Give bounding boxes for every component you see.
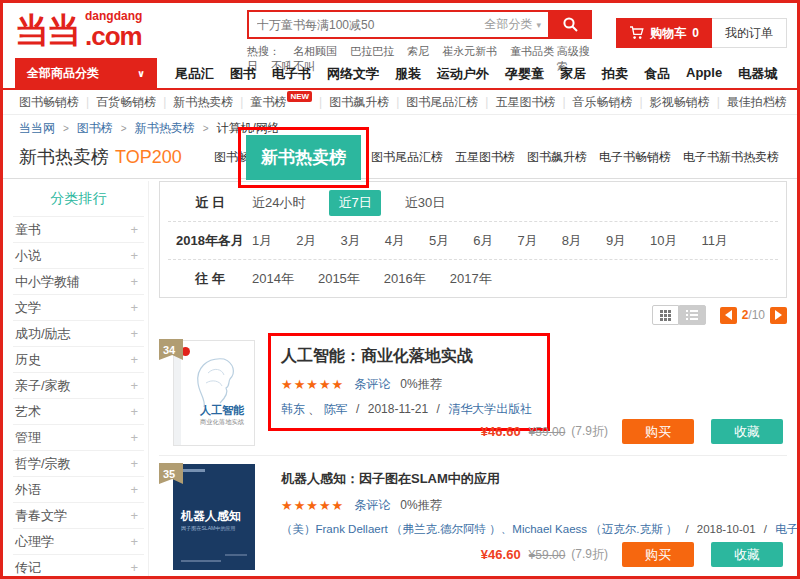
filter-month[interactable]: 7月 — [517, 232, 537, 250]
expand-icon[interactable]: + — [130, 430, 138, 445]
nav-item[interactable]: 图书 — [222, 65, 264, 83]
rank-nav-item[interactable]: 最佳拍档榜 — [727, 94, 787, 111]
sidebar-item-children-books[interactable]: 童书+ — [13, 216, 144, 242]
rank-nav-item[interactable]: 童书榜 — [250, 94, 286, 111]
book-cover[interactable]: 人工智能 商业化落地实战 — [173, 340, 255, 446]
prev-page-button[interactable] — [720, 307, 737, 324]
sidebar-item-parenting[interactable]: 亲子/家教+ — [13, 372, 144, 398]
filter-7days-active[interactable]: 近7日 — [329, 190, 380, 216]
search-category-dropdown[interactable]: 全部分类 ▾ — [484, 16, 548, 33]
author-link[interactable]: 韩东 — [281, 402, 305, 416]
expand-icon[interactable]: + — [130, 560, 138, 575]
tab-rising[interactable]: 图书飙升榜 — [521, 149, 593, 178]
rank-nav-item[interactable]: 新书热卖榜 — [173, 94, 233, 111]
filter-year[interactable]: 2015年 — [318, 270, 360, 288]
tab-ebook-new-hot[interactable]: 电子书新书热卖榜 — [677, 149, 785, 178]
cart-button[interactable]: 购物车 0 — [616, 18, 712, 48]
all-categories-button[interactable]: 全部商品分类 ∨ — [15, 58, 157, 89]
rank-nav-item[interactable]: 图书尾品汇榜 — [406, 94, 478, 111]
filter-month[interactable]: 1月 — [252, 232, 272, 250]
author-link[interactable]: 陈军 — [324, 402, 348, 416]
book-cover[interactable]: 机器人感知 因子图在SLAM中的应用 — [173, 464, 255, 570]
sidebar-item-literature[interactable]: 文学+ — [13, 294, 144, 320]
expand-icon[interactable]: + — [130, 248, 138, 263]
expand-icon[interactable]: + — [130, 482, 138, 497]
filter-month[interactable]: 11月 — [702, 232, 729, 250]
filter-month[interactable]: 4月 — [385, 232, 405, 250]
filter-year[interactable]: 2016年 — [384, 270, 426, 288]
grid-view-button[interactable] — [652, 305, 679, 325]
expand-icon[interactable]: + — [130, 222, 138, 237]
nav-item[interactable]: 家居 — [552, 65, 594, 83]
nav-item[interactable]: 电子书 — [264, 65, 319, 83]
breadcrumb-link[interactable]: 图书榜 — [77, 120, 113, 137]
reviews-link[interactable]: 条评论 — [354, 376, 390, 393]
rank-nav-item[interactable]: 图书畅销榜 — [19, 94, 79, 111]
nav-item[interactable]: 尾品汇 — [167, 65, 222, 83]
expand-icon[interactable]: + — [130, 404, 138, 419]
expand-icon[interactable]: + — [130, 274, 138, 289]
filter-30days[interactable]: 近30日 — [405, 194, 445, 212]
publisher-link[interactable]: 电子工业出版社 — [775, 523, 800, 535]
sidebar-item-foreign-language[interactable]: 外语+ — [13, 476, 144, 502]
expand-icon[interactable]: + — [130, 378, 138, 393]
author-link[interactable]: （美）Frank Dellaert （弗兰克.德尔阿特 ）、Michael Ka… — [281, 523, 677, 535]
tab-ebook-bestseller[interactable]: 电子书畅销榜 — [593, 149, 677, 178]
nav-item[interactable]: 运动户外 — [429, 65, 497, 83]
filter-year[interactable]: 2014年 — [252, 270, 294, 288]
nav-item[interactable]: Apple — [678, 65, 730, 83]
nav-item[interactable]: 拍卖 — [594, 65, 636, 83]
sidebar-item-history[interactable]: 历史+ — [13, 346, 144, 372]
nav-item[interactable]: 食品 — [636, 65, 678, 83]
expand-icon[interactable]: + — [130, 534, 138, 549]
sidebar-item-fiction[interactable]: 小说+ — [13, 242, 144, 268]
filter-month[interactable]: 5月 — [429, 232, 449, 250]
rank-nav-item[interactable]: 影视畅销榜 — [650, 94, 710, 111]
sidebar-item-youth-literature[interactable]: 青春文学+ — [13, 502, 144, 528]
list-view-button[interactable] — [679, 305, 706, 325]
favorite-button[interactable]: 收藏 — [711, 542, 783, 567]
breadcrumb-link[interactable]: 新书热卖榜 — [135, 120, 195, 137]
sidebar-item-biography[interactable]: 传记+ — [13, 554, 144, 579]
expand-icon[interactable]: + — [130, 352, 138, 367]
sidebar-item-management[interactable]: 管理+ — [13, 424, 144, 450]
expand-icon[interactable]: + — [130, 456, 138, 471]
expand-icon[interactable]: + — [130, 326, 138, 341]
rank-nav-item[interactable]: 音乐畅销榜 — [573, 94, 633, 111]
expand-icon[interactable]: + — [130, 300, 138, 315]
sidebar-item-philosophy[interactable]: 哲学/宗教+ — [13, 450, 144, 476]
filter-month[interactable]: 6月 — [473, 232, 493, 250]
hot-search-term[interactable]: 巴拉巴拉 — [350, 45, 394, 57]
filter-year[interactable]: 2017年 — [450, 270, 492, 288]
my-orders-button[interactable]: 我的订单 — [712, 18, 787, 48]
tab-five-star[interactable]: 五星图书榜 — [449, 149, 521, 178]
next-page-button[interactable] — [770, 307, 787, 324]
sidebar-item-art[interactable]: 艺术+ — [13, 398, 144, 424]
nav-item[interactable]: 电器城 — [730, 65, 785, 83]
filter-month[interactable]: 10月 — [650, 232, 677, 250]
nav-item[interactable]: 网络文学 — [319, 65, 387, 83]
filter-month[interactable]: 9月 — [606, 232, 626, 250]
nav-item[interactable]: 服装 — [387, 65, 429, 83]
book-title-link[interactable]: 人工智能：商业化落地实战 — [281, 346, 537, 367]
tab-new-book-hot[interactable]: 新书热卖榜 — [246, 135, 361, 180]
buy-button[interactable]: 购买 — [622, 542, 694, 567]
filter-month[interactable]: 8月 — [562, 232, 582, 250]
rank-nav-item[interactable]: 百货畅销榜 — [96, 94, 156, 111]
filter-month[interactable]: 3月 — [340, 232, 360, 250]
sidebar-item-textbooks[interactable]: 中小学教辅+ — [13, 268, 144, 294]
search-input[interactable] — [249, 12, 484, 37]
rank-nav-item[interactable]: 五星图书榜 — [495, 94, 555, 111]
rank-nav-item[interactable]: 图书飙升榜 — [329, 94, 389, 111]
dangdang-logo[interactable]: 当当 dangdang .com — [15, 10, 233, 49]
expand-icon[interactable]: + — [130, 508, 138, 523]
sidebar-item-psychology[interactable]: 心理学+ — [13, 528, 144, 554]
book-title-link[interactable]: 机器人感知：因子图在SLAM中的应用 — [281, 470, 800, 488]
tab-weipinhui[interactable]: 图书尾品汇榜 — [365, 149, 449, 178]
hot-search-term[interactable]: 崔永元新书 — [442, 45, 497, 57]
hot-search-term[interactable]: 名相顾国 — [293, 45, 337, 57]
nav-item[interactable]: 孕婴童 — [497, 65, 552, 83]
search-button[interactable] — [548, 10, 592, 39]
breadcrumb-link[interactable]: 当当网 — [19, 120, 55, 137]
filter-month[interactable]: 2月 — [296, 232, 316, 250]
